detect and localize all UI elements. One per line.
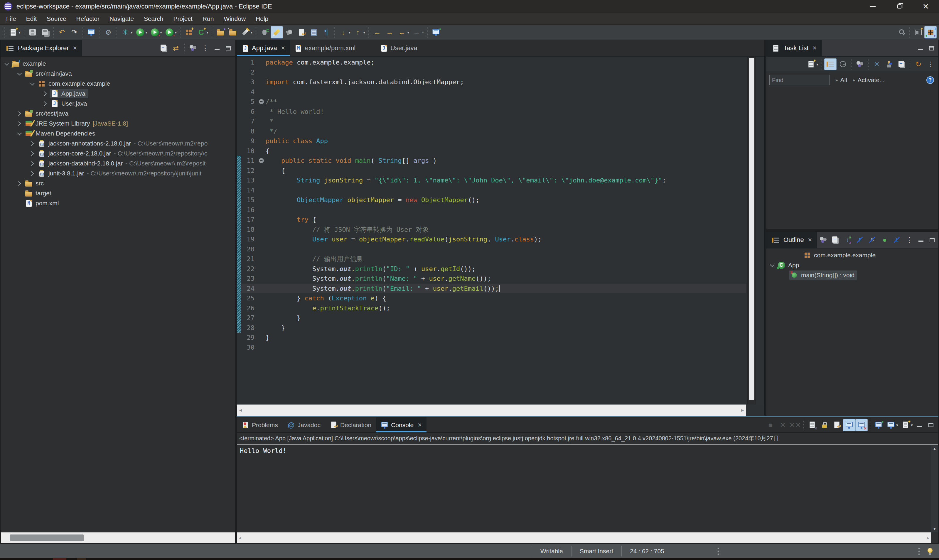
dropdown-arrow-icon[interactable]: ▾ — [911, 423, 913, 428]
categorized-button[interactable] — [824, 58, 837, 70]
expander-icon[interactable] — [15, 109, 24, 118]
code-line-13[interactable]: 13 String jsonString = "{\"id\": 1, \"na… — [237, 175, 746, 185]
line-number[interactable]: 29 — [241, 333, 257, 343]
expander-icon[interactable] — [42, 89, 49, 98]
window-minimize-button[interactable] — [860, 0, 886, 13]
collapse-all-button[interactable] — [829, 234, 842, 246]
dropdown-arrow-icon[interactable]: ▾ — [145, 30, 147, 35]
line-number[interactable]: 7 — [241, 117, 257, 126]
line-number[interactable]: 8 — [241, 126, 257, 136]
expander-icon[interactable] — [15, 119, 24, 128]
dropdown-arrow-icon[interactable]: ▾ — [207, 30, 208, 35]
editor-tab-app-java[interactable]: JApp.java✕ — [237, 40, 290, 56]
pin-console-button[interactable]: ● — [873, 419, 885, 431]
code-line-10[interactable]: 10{ — [237, 146, 746, 156]
maximize-view-button[interactable] — [925, 420, 936, 430]
code-line-2[interactable]: 2 — [237, 68, 746, 77]
package-explorer-item[interactable]: src — [1, 178, 235, 188]
undo-button[interactable]: ↶ — [56, 26, 68, 38]
menu-refactor[interactable]: Refactor — [71, 13, 105, 25]
display-selected-console-button[interactable]: ▾ — [885, 419, 899, 431]
dropdown-arrow-icon[interactable]: ▾ — [407, 30, 409, 35]
code-line-24[interactable]: 24 System.out.println("Email: " + user.g… — [237, 284, 746, 294]
activate-button[interactable]: ▸Activate... — [853, 77, 885, 84]
code-line-22[interactable]: 22 System.out.println("ID: " + user.getI… — [237, 264, 746, 274]
editor-vscrollbar[interactable] — [747, 57, 756, 405]
line-number[interactable]: 1 — [241, 57, 257, 68]
code-line-18[interactable]: 18 // 将 JSON 字符串转换为 User 对象 — [237, 225, 746, 235]
line-number[interactable]: 16 — [241, 205, 257, 215]
open-task-button[interactable]: ● — [214, 26, 227, 38]
package-explorer-item[interactable]: Mpom.xml — [1, 198, 235, 208]
hide-static-button[interactable]: S — [866, 234, 879, 246]
format-button[interactable] — [283, 26, 295, 38]
run-last-tool-button[interactable] — [258, 26, 271, 38]
dropdown-arrow-icon[interactable]: ▾ — [160, 30, 162, 35]
dropdown-arrow-icon[interactable]: ▾ — [175, 30, 177, 35]
package-explorer-item[interactable]: J▴example — [1, 58, 235, 69]
run-external-tools-button[interactable]: ▪▾ — [163, 26, 178, 38]
expander-icon[interactable] — [768, 261, 776, 269]
minimize-view-button[interactable] — [914, 43, 926, 53]
outline-item[interactable]: com.example.example — [766, 250, 938, 260]
dropdown-arrow-icon[interactable]: ▾ — [363, 30, 365, 35]
editor-tab-example-pom-xml[interactable]: Mexample/pom.xml — [290, 40, 360, 56]
collapse-all-tasks-button[interactable] — [895, 58, 908, 70]
scroll-left-icon[interactable]: ◂ — [239, 535, 241, 541]
fold-collapse-icon[interactable]: − — [257, 97, 266, 107]
collapse-all-button[interactable] — [157, 42, 170, 54]
editor-hscrollbar[interactable]: ◂▸ — [237, 405, 746, 416]
run-button[interactable]: ▾ — [134, 26, 148, 38]
synchronize-button[interactable]: ↻ — [912, 58, 925, 70]
scope-all-button[interactable]: ▸All — [836, 77, 847, 84]
code-line-25[interactable]: 25 } catch (Exception e) { — [237, 293, 746, 303]
new-java-class-button[interactable]: C✦▾ — [195, 26, 210, 38]
package-explorer-item[interactable]: Maven Dependencies — [1, 128, 235, 138]
editor-tab-user-java[interactable]: JUser.java — [375, 40, 422, 56]
view-menu-button[interactable]: ⋮ — [925, 58, 937, 70]
line-number[interactable]: 18 — [241, 225, 257, 235]
package-explorer-item[interactable]: jackson-core-2.18.0.jar - C:\Users\meowr… — [1, 148, 235, 158]
smart-assist-bulb-icon[interactable] — [925, 546, 935, 556]
scroll-down-icon[interactable]: ▼ — [933, 526, 937, 531]
package-explorer-item[interactable]: JRE System Library [JavaSE-1.8] — [1, 118, 235, 128]
dropdown-arrow-icon[interactable]: ▾ — [348, 30, 350, 35]
view-menu-button[interactable]: ⋮ — [903, 234, 916, 246]
back-button[interactable]: ←▾ — [396, 26, 410, 38]
last-edit-location-button[interactable]: ← — [371, 26, 383, 38]
code-line-4[interactable]: 4 — [237, 87, 746, 97]
package-explorer-item[interactable]: jackson-databind-2.18.0.jar - C:\Users\m… — [1, 158, 235, 168]
dropdown-arrow-icon[interactable]: ▾ — [131, 30, 133, 35]
code-line-11[interactable]: 11− public static void main( String[] ar… — [237, 156, 746, 166]
code-line-17[interactable]: 17 try { — [237, 215, 746, 225]
line-number[interactable]: 3 — [241, 77, 257, 87]
window-restore-button[interactable] — [886, 0, 913, 13]
code-line-26[interactable]: 26 e.printStackTrace(); — [237, 303, 746, 313]
statusbar-grip[interactable] — [917, 547, 921, 555]
outline-item[interactable]: C▶App — [766, 260, 938, 270]
code-editor[interactable]: 1package com.example.example;23import co… — [237, 57, 746, 405]
line-number[interactable]: 21 — [241, 254, 257, 264]
hide-local-types-button[interactable]: L — [891, 234, 903, 246]
expander-icon[interactable] — [15, 179, 24, 188]
menu-window[interactable]: Window — [219, 13, 251, 25]
menu-run[interactable]: Run — [197, 13, 219, 25]
clear-console-button[interactable]: ✕ — [806, 419, 818, 431]
maximize-view-button[interactable] — [222, 43, 234, 53]
show-whitespace-button[interactable]: ¶ — [320, 26, 332, 38]
line-number[interactable]: 4 — [241, 87, 257, 97]
filters-button[interactable] — [187, 42, 199, 54]
open-console-button[interactable]: ✦▾ — [899, 419, 914, 431]
next-edit-location-button[interactable]: → — [383, 26, 396, 38]
line-number[interactable]: 11 — [241, 156, 257, 166]
code-line-29[interactable]: 29} — [237, 333, 746, 343]
window-close-button[interactable]: ✕ — [913, 0, 939, 13]
package-explorer-item[interactable]: junit-3.8.1.jar - C:\Users\meowr\.m2\rep… — [1, 168, 235, 178]
java-perspective-button[interactable]: J●● — [924, 26, 937, 38]
close-view-icon[interactable]: ✕ — [813, 45, 817, 51]
line-number[interactable]: 15 — [241, 195, 257, 205]
console-tab-declaration[interactable]: Declaration — [325, 417, 376, 432]
code-line-1[interactable]: 1package com.example.example; — [237, 57, 746, 68]
expander-icon[interactable] — [28, 139, 37, 148]
console-output[interactable]: Hello World! — [237, 445, 938, 457]
